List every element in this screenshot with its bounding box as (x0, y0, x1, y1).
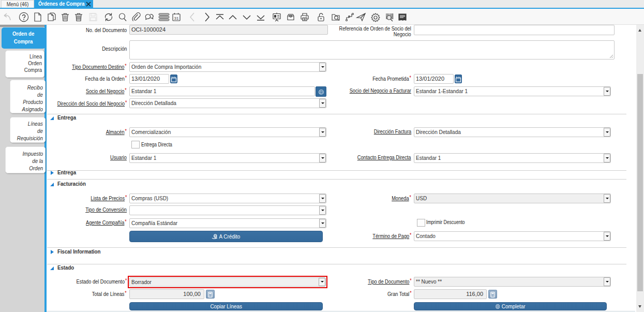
svg-text:31: 31 (174, 16, 179, 21)
svg-text:@: @ (214, 234, 217, 237)
